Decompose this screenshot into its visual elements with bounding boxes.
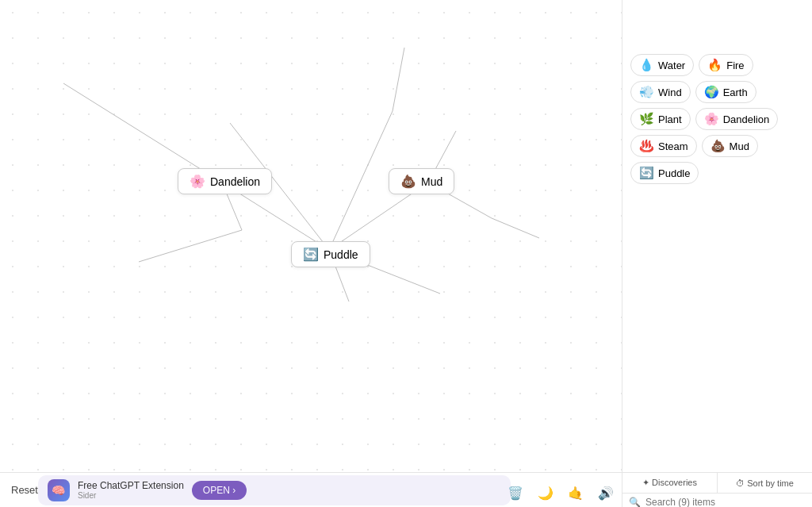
- svg-line-3: [329, 111, 393, 250]
- trash-icon[interactable]: 🗑️: [508, 486, 523, 501]
- discoveries-button[interactable]: ✦ Discoveries: [622, 473, 718, 493]
- ad-text-block: Free ChatGPT Extension Sider: [78, 480, 184, 500]
- mud-label: Mud: [730, 140, 749, 152]
- mud-card-icon: 💩: [400, 174, 416, 189]
- volume-icon[interactable]: 🔊: [598, 486, 614, 501]
- dandelion-icon: 🌸: [704, 112, 719, 126]
- puddle-label: Puddle: [658, 167, 690, 179]
- steam-label: Steam: [658, 140, 688, 152]
- fire-icon: 🔥: [707, 58, 722, 72]
- right-panel: 💧 Water 🔥 Fire 💨 Wind 🌍 Earth 🌿 Plant 🌸 …: [622, 0, 812, 507]
- puddle-icon: 🔄: [639, 166, 654, 180]
- moon-icon[interactable]: 🌙: [538, 486, 553, 501]
- puddle-card[interactable]: 🔄 Puddle: [291, 241, 370, 267]
- right-panel-bottom: ✦ Discoveries ⏱ Sort by time 🔍: [622, 472, 812, 507]
- search-bar: 🔍: [622, 494, 812, 507]
- wind-icon: 💨: [639, 85, 654, 99]
- svg-line-10: [63, 83, 127, 123]
- plant-icon: 🌿: [639, 112, 654, 126]
- water-icon: 💧: [639, 58, 654, 72]
- mud-icon: 💩: [710, 139, 726, 153]
- element-puddle[interactable]: 🔄 Puddle: [630, 162, 699, 184]
- sort-button[interactable]: ⏱ Sort by time: [718, 473, 812, 493]
- mud-card[interactable]: 💩 Mud: [389, 168, 454, 194]
- plant-label: Plant: [658, 113, 682, 125]
- connections-svg: [0, 0, 622, 472]
- ad-icon: 🧠: [48, 479, 70, 501]
- share-icon[interactable]: 🤙: [568, 486, 584, 501]
- steam-icon: ♨️: [639, 139, 654, 153]
- element-plant[interactable]: 🌿 Plant: [630, 108, 691, 130]
- ad-source: Sider: [78, 491, 184, 500]
- earth-label: Earth: [723, 86, 748, 98]
- ad-content: 🧠 Free ChatGPT Extension Sider OPEN ›: [38, 475, 511, 505]
- element-earth[interactable]: 🌍 Earth: [695, 81, 756, 103]
- craft-canvas: 🌸 Dandelion 💩 Mud 🔄 Puddle: [0, 0, 622, 472]
- bottom-action-icons: 🗑️ 🌙 🤙 🔊: [508, 486, 614, 501]
- dandelion-card-label: Dandelion: [210, 175, 260, 188]
- element-fire[interactable]: 🔥 Fire: [699, 54, 753, 76]
- ad-title: Free ChatGPT Extension: [78, 480, 184, 491]
- element-water[interactable]: 💧 Water: [630, 54, 694, 76]
- element-steam[interactable]: ♨️ Steam: [630, 135, 697, 157]
- water-label: Water: [658, 60, 685, 71]
- search-icon: 🔍: [629, 497, 641, 507]
- svg-line-13: [492, 218, 539, 238]
- dandelion-card[interactable]: 🌸 Dandelion: [178, 168, 272, 194]
- puddle-card-icon: 🔄: [303, 247, 319, 262]
- elements-grid: 💧 Water 🔥 Fire 💨 Wind 🌍 Earth 🌿 Plant 🌸 …: [622, 48, 812, 190]
- panel-actions: ✦ Discoveries ⏱ Sort by time: [622, 473, 812, 494]
- svg-line-12: [393, 48, 404, 111]
- dandelion-card-icon: 🌸: [190, 174, 205, 189]
- element-wind[interactable]: 💨 Wind: [630, 81, 691, 103]
- mud-card-label: Mud: [421, 175, 442, 188]
- dandelion-label: Dandelion: [723, 113, 770, 125]
- search-input[interactable]: [645, 497, 806, 507]
- fire-label: Fire: [726, 60, 744, 71]
- ad-open-button[interactable]: OPEN ›: [192, 481, 247, 500]
- element-mud[interactable]: 💩 Mud: [702, 135, 758, 157]
- element-dandelion[interactable]: 🌸 Dandelion: [695, 108, 779, 130]
- reset-button[interactable]: Reset: [11, 484, 38, 496]
- svg-line-11: [139, 230, 242, 262]
- earth-icon: 🌍: [704, 85, 719, 99]
- wind-label: Wind: [658, 86, 682, 98]
- puddle-card-label: Puddle: [324, 248, 358, 261]
